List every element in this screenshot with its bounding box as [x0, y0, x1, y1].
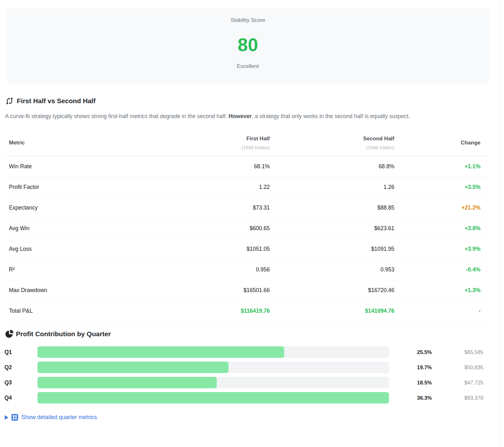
description-text: A curve-fit strategy typically shows str… [5, 113, 228, 119]
change-value: -0.4% [394, 266, 480, 273]
first-half-value: 1.22 [162, 184, 270, 190]
quarter-bar-fill [37, 362, 228, 373]
quarter-bar-row: Q4 36.3% $93,370 [0, 390, 504, 405]
change-value: - [394, 308, 480, 314]
second-half-value: 68.8% [270, 163, 394, 170]
table-row: Profit Factor 1.22 1.26 +3.5% [5, 177, 490, 197]
quarter-amount: $65,585 [432, 349, 483, 355]
quarter-label: Q1 [4, 349, 37, 356]
table-body: Win Rate 68.1% 68.8% +1.1% Profit Factor… [5, 156, 490, 321]
table-row: R² 0.956 0.953 -0.4% [5, 259, 490, 280]
quarter-bar-row: Q2 19.7% $50,835 [0, 360, 504, 375]
first-half-value: 68.1% [162, 163, 270, 170]
first-half-value: 0.956 [162, 266, 270, 273]
quarter-bar-fill [37, 392, 389, 404]
metric-name: Avg Loss [9, 246, 162, 252]
metric-name: Profit Factor [9, 184, 162, 190]
quarter-bar-track [37, 377, 389, 388]
second-half-value: $16720.46 [270, 287, 394, 294]
metric-name: Win Rate [9, 163, 162, 170]
metric-name: Max Drawdown [9, 287, 162, 294]
section-title-text: First Half vs Second Half [17, 97, 95, 105]
stability-score-card: Stability Score 80 Excellent [6, 9, 490, 83]
quarter-bar-fill [37, 346, 284, 358]
expand-triangle-icon [5, 415, 8, 420]
quarter-label: Q2 [4, 364, 37, 371]
first-half-value: $600.65 [162, 225, 270, 232]
header-second-half-trades: (1588 trades) [270, 145, 394, 150]
metric-name: Avg Win [9, 225, 162, 232]
second-half-value: 0.953 [270, 266, 394, 273]
quarter-percent: 25.5% [389, 349, 432, 355]
header-metric: Metric [9, 140, 162, 146]
second-half-value: 1.26 [270, 184, 394, 190]
quarter-amount: $93,370 [432, 395, 483, 401]
table-grid-icon [11, 414, 18, 421]
quarter-percent: 19.7% [389, 364, 432, 370]
first-half-value: $116419.76 [162, 308, 270, 314]
header-first-half-trades: (1588 trades) [162, 145, 270, 150]
second-half-value: $88.85 [270, 204, 394, 211]
quarter-bar-row: Q1 25.5% $65,585 [0, 344, 504, 360]
strategy-stability-panel: Stability Score 80 Excellent First Half … [0, 0, 504, 447]
metric-name: Expectancy [9, 204, 162, 211]
quarter-bar-track [37, 362, 389, 373]
stability-score-label: Stability Score [6, 17, 490, 23]
first-half-value: $73.31 [162, 204, 270, 211]
metric-name: Total P&L [9, 308, 162, 314]
table-row: Total P&L $116419.76 $141094.76 - [5, 301, 490, 321]
quarter-bars: Q1 25.5% $65,585 Q2 19.7% $50,835 Q3 18.… [0, 344, 504, 405]
quarter-bar-fill [37, 377, 217, 388]
quarter-bar-track [37, 392, 389, 404]
table-row: Avg Loss $1051.05 $1091.95 +3.9% [5, 239, 490, 259]
quarter-amount: $47,725 [432, 380, 483, 386]
show-quarter-metrics-label: Show detailed quarter metrics [21, 414, 97, 421]
change-value: +3.9% [394, 246, 480, 252]
first-half-value: $1051.05 [162, 246, 270, 252]
table-row: Max Drawdown $16501.66 $16720.46 +1.3% [5, 280, 490, 301]
second-half-value: $141094.76 [270, 308, 394, 314]
description-bold-text: However [228, 113, 252, 119]
quarter-label: Q3 [4, 379, 37, 386]
compare-arrows-icon [5, 96, 14, 106]
header-change: Change [394, 140, 480, 146]
header-first-half: First Half (1588 trades) [162, 136, 270, 150]
header-first-half-title: First Half [162, 136, 270, 142]
quarter-percent: 18.5% [389, 380, 432, 386]
change-value: +1.1% [394, 163, 480, 170]
quarter-percent: 36.3% [389, 395, 432, 401]
show-quarter-metrics-link[interactable]: Show detailed quarter metrics [5, 414, 97, 421]
table-row: Avg Win $600.65 $623.61 +3.8% [5, 218, 490, 239]
quarter-bar-row: Q3 18.5% $47,725 [0, 375, 504, 390]
metric-name: R² [9, 266, 162, 273]
stability-score-value: 80 [6, 35, 490, 55]
quarter-bar-track [37, 346, 389, 358]
second-half-value: $1091.95 [270, 246, 394, 252]
table-header-row: Metric First Half (1588 trades) Second H… [5, 130, 490, 156]
quarter-amount: $50,835 [432, 364, 483, 370]
quarter-contribution-heading: Profit Contribution by Quarter [5, 330, 490, 338]
table-row: Expectancy $73.31 $88.85 +21.2% [5, 197, 490, 218]
change-value: +1.3% [394, 287, 480, 294]
change-value: +3.5% [394, 184, 480, 190]
section-description: A curve-fit strategy typically shows str… [5, 111, 475, 122]
description-text-tail: , a strategy that only works in the seco… [252, 113, 410, 119]
quarter-section-title-text: Profit Contribution by Quarter [16, 330, 111, 338]
stability-score-rating: Excellent [6, 63, 490, 70]
first-vs-second-half-heading: First Half vs Second Half [5, 96, 490, 106]
half-comparison-table: Metric First Half (1588 trades) Second H… [5, 130, 490, 321]
second-half-value: $623.61 [270, 225, 394, 232]
change-value: +3.8% [394, 225, 480, 232]
first-half-value: $16501.66 [162, 287, 270, 294]
quarter-label: Q4 [4, 395, 37, 401]
change-value: +21.2% [394, 204, 480, 211]
pie-chart-icon [5, 330, 14, 338]
table-row: Win Rate 68.1% 68.8% +1.1% [5, 156, 490, 177]
header-second-half: Second Half (1588 trades) [270, 136, 394, 150]
header-second-half-title: Second Half [270, 136, 394, 142]
